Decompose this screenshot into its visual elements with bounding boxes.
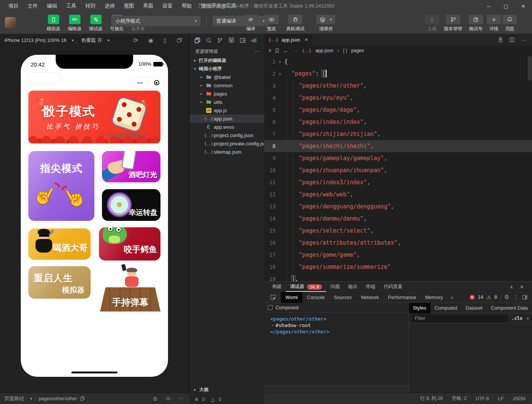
window-layout-icon[interactable] [240, 37, 246, 43]
more-icon[interactable]: ⋯ [254, 49, 259, 54]
menu-item-6[interactable]: 视图 [119, 0, 139, 12]
styles-tab-component-data[interactable]: Component Data [487, 303, 532, 313]
tile-bar-lights[interactable]: 酒吧灯光 [102, 151, 160, 182]
section-project[interactable]: ▾喝酒小程序 [190, 65, 264, 73]
wxml-tree[interactable]: <pages/other/other> ▸ #shadow-root </pag… [264, 313, 409, 385]
encoding[interactable]: UTF-8 [476, 396, 489, 401]
copy-icon[interactable] [80, 396, 85, 401]
fold-icon[interactable]: ∨ [276, 60, 284, 64]
code-line-2[interactable]: 2∨"pages": [ [264, 68, 532, 80]
list-icon[interactable]: ≡ [268, 48, 271, 53]
composed-option[interactable]: Composed [264, 303, 409, 313]
miniprogram-capsule[interactable]: ••• [132, 77, 165, 89]
bookmark-icon[interactable] [275, 48, 279, 53]
close-tab-icon[interactable]: ✕ [305, 37, 308, 42]
mode-select[interactable]: 小程序模式 ▾ [112, 16, 200, 26]
code-line-19[interactable]: 19], [264, 273, 532, 281]
tile-restart-life[interactable]: 重启人生 模拟器 [28, 266, 91, 299]
code-line-16[interactable]: 16"pages/attributes/attributes", [264, 237, 532, 249]
file-utils[interactable]: ▸utils [190, 98, 264, 106]
page-path-label[interactable]: 页面路径 [5, 395, 24, 402]
file-pages[interactable]: ▸pages [190, 89, 264, 98]
file-sitemap.json[interactable]: {..}sitemap.json [190, 148, 264, 156]
refresh-icon[interactable]: ⟳ [133, 37, 138, 44]
more-tabs-icon[interactable]: » [447, 295, 456, 300]
menu-item-4[interactable]: 转到 [81, 0, 100, 12]
detach-window-icon[interactable] [177, 38, 182, 43]
devtools-tab-performance[interactable]: Performance [384, 292, 421, 303]
section-open-editors[interactable]: ▸打开的编辑器 [190, 56, 264, 65]
file-app.json[interactable]: {..}app.json [190, 114, 264, 123]
styles-tab-styles[interactable]: Styles [409, 303, 430, 313]
menu-item-3[interactable]: 工具 [62, 0, 81, 12]
tile-biting-crocodile[interactable]: 咬手鳄鱼 [99, 227, 160, 261]
teapot-icon[interactable] [251, 37, 258, 43]
messages-button[interactable]: 消息 [502, 15, 517, 32]
outline-section[interactable]: ▸ 大纲 [190, 385, 264, 394]
compile-button[interactable]: ⟳ 编译 [244, 15, 258, 32]
cls-toggle[interactable]: .cls [512, 316, 523, 321]
debug-panel-tab-4[interactable]: 终端 [362, 282, 379, 292]
extensions-icon[interactable] [228, 37, 234, 43]
fold-icon[interactable]: ∨ [276, 72, 284, 76]
devtools-tab-console[interactable]: Console [302, 292, 330, 303]
hot-reload-toggle[interactable]: 热重载 开 ▾ [81, 37, 109, 44]
code-line-5[interactable]: 5"pages/dage/dage", [264, 104, 532, 116]
inspect-element-icon[interactable] [267, 295, 279, 300]
phone-simulator[interactable]: 20:42 100% ••• 骰子模式 比手气 拼技巧 指尖模式 ☝ ☝ [21, 55, 168, 377]
file-app.wxss[interactable]: 3app.wxss [190, 123, 264, 131]
compile-mode-select[interactable]: 普通编译 ▾ [213, 16, 268, 26]
tile-fingertip-mode[interactable]: 指尖模式 ☝ ☝ [28, 151, 94, 221]
search-icon[interactable] [206, 37, 212, 43]
tile-drinking-bro[interactable]: 喝酒大哥 [28, 228, 91, 260]
source-control-icon[interactable] [217, 37, 223, 43]
code-line-8[interactable]: 8"pages/shezhi/shezhi", [264, 140, 532, 152]
indent-setting[interactable]: 空格: 2 [452, 395, 467, 402]
code-line-11[interactable]: 11"pages/index3/index", [264, 176, 532, 188]
language-mode[interactable]: JSON [513, 396, 525, 401]
bug-icon[interactable] [153, 396, 158, 401]
code-line-9[interactable]: 9"pages/gameplay/gameplay", [264, 152, 532, 164]
split-editor-icon[interactable] [509, 37, 515, 42]
breadcrumb-file[interactable]: app.json [315, 48, 333, 53]
file-@babel[interactable]: ▸@babel [190, 73, 264, 81]
forward-icon[interactable]: → [293, 48, 298, 54]
menu-item-7[interactable]: 界面 [139, 0, 158, 12]
minimize-button[interactable]: ─ [480, 0, 497, 12]
styles-tab-dataset[interactable]: Dataset [461, 303, 487, 313]
details-button[interactable]: ≡ 详情 [486, 15, 501, 32]
menu-item-10[interactable]: 微信开发者工具 [196, 0, 241, 12]
version-control-button[interactable]: 版本管理 [441, 15, 465, 32]
wxml-shadow-root[interactable]: ▸ #shadow-root [270, 322, 409, 328]
capsule-more-icon[interactable]: ••• [132, 80, 148, 85]
back-icon[interactable]: ← [283, 48, 288, 54]
code-line-6[interactable]: 6"pages/index/index", [264, 116, 532, 128]
menu-item-9[interactable]: 帮助 [177, 0, 196, 12]
code-line-7[interactable]: 7"pages/zhijian/zhijian", [264, 128, 532, 140]
editor-toggle[interactable]: </> 编辑器 [66, 15, 83, 32]
file-project.config.json[interactable]: {..}project.config.json [190, 131, 264, 139]
eol-setting[interactable]: LF [498, 396, 504, 401]
chevron-down-icon[interactable]: ▾ [30, 396, 32, 401]
collapse-panel-icon[interactable]: ∧ [510, 284, 513, 290]
remote-debug-button[interactable]: 真机调试 [286, 15, 304, 32]
code-line-3[interactable]: 3"pages/other/other", [264, 80, 532, 92]
close-panel-icon[interactable]: ✕ [520, 284, 524, 290]
more-vertical-icon[interactable]: ⋮ [513, 294, 519, 301]
settings-gear-icon[interactable]: ⚙ [504, 294, 509, 301]
problem-counts[interactable]: ⊗ 0 △ 0 [190, 394, 264, 404]
code-line-13[interactable]: 13"pages/dengguang/dengguang", [264, 200, 532, 213]
tab-app-json[interactable]: {..} app.json ✕ [264, 34, 312, 46]
code-line-14[interactable]: 14"pages/danmu/danmu", [264, 213, 532, 225]
file-common[interactable]: ▸common [190, 81, 264, 89]
composed-checkbox[interactable] [268, 305, 273, 310]
clear-cache-button[interactable]: ▾ 清缓存 [316, 15, 335, 32]
file-app.js[interactable]: JSapp.js [190, 106, 264, 114]
dock-side-icon[interactable] [522, 295, 527, 300]
wxml-open-tag[interactable]: <pages/other/other> [270, 316, 409, 322]
filter-input[interactable]: Filter [412, 315, 508, 322]
breadcrumb-node[interactable]: pages [351, 48, 364, 53]
debug-panel-tab-1[interactable]: 调试器14, 8 [286, 282, 326, 292]
code-line-12[interactable]: 12"pages/web/web", [264, 188, 532, 200]
upload-button[interactable]: 上传 [424, 15, 440, 32]
